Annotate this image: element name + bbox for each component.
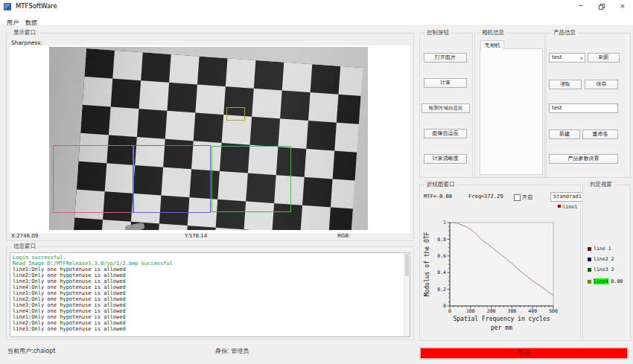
log-scrollbar-thumb[interactable] [405,254,409,276]
checkerboard-image[interactable] [49,47,368,230]
menu-item-data[interactable]: 数据 [25,19,37,27]
product-name-input[interactable]: test [549,103,618,113]
legend-swatch [588,258,591,261]
product-params-button[interactable]: 产品参数设置 [549,154,618,164]
display-window-group: 显示窗口 Sharpness: X:2748.09 Y:578.14 RGB: [6,33,414,241]
legend-label: line2 [594,256,608,262]
judge-item-1: line1 [588,246,611,252]
app-icon [4,3,11,10]
product-info-group: 产品信息 test ∨ 刷新 读取 保存 test 新建 重命名 产品参数设置 [546,33,631,178]
display-window-title: 显示窗口 [11,29,38,36]
role-label: 身份: 管理员 [215,347,249,355]
svg-text:0.6: 0.6 [437,253,446,259]
control-buttons-group: 控制按钮 打开图片计算矩形区域自适应图像自适应计算清晰度 [419,33,473,178]
chevron-down-icon: ∨ [580,54,583,62]
legend-value: 0.00 [611,278,623,284]
log-line: Read Image D:/MTFRelease1.3.0/yp/1/2.bmp… [13,261,403,266]
roi-rect-green[interactable] [211,146,291,212]
camera-info-title: 相机信息 [480,29,506,36]
judge-item-3: line33 [588,266,614,272]
manual-mode-button[interactable]: 手动 [419,347,629,360]
svg-text:per mm: per mm [491,325,512,331]
line-chart-group: 折线图窗口 MTF=-0.00 Freq=372.29 开启 Standrad1… [419,185,581,341]
camera-info-group: 相机信息 无相机 [474,33,545,178]
current-user-label: 当前用户:chaiopt [7,347,55,355]
log-line: line1:Only one hypotenuse is allowed [13,266,403,272]
mtf-chart: 010020030040050000.20.40.60.81line1Spati… [422,202,578,339]
product-select-value: test [552,54,562,60]
roi-rect-red[interactable] [53,145,134,213]
control-button-1[interactable]: 打开图片 [424,53,467,63]
minimize-icon: ─ [579,2,582,10]
log-lines: Login successful.Read Image D:/MTFReleas… [13,255,403,332]
log-line: line3:Only one hypotenuse is allowed [13,278,403,284]
image-canvas [10,45,410,233]
title-bar: MTFSoftWare ─ × [0,0,633,13]
control-button-4[interactable]: 图像自适应 [424,129,467,138]
svg-text:Modulus of the OTF: Modulus of the OTF [424,232,430,296]
judge-legend-body: line1line22line33line40.00 [583,185,630,340]
plot-frame [450,223,553,306]
log-line: line2:Only one hypotenuse is allowed [13,272,403,278]
close-icon: × [620,2,626,10]
log-line: line4:Only one hypotenuse is allowed [13,308,403,314]
control-button-3[interactable]: 矩形区域自适应 [422,103,470,113]
legend-swatch [588,247,591,251]
enable-checkbox[interactable] [514,194,521,201]
log-line: line2:Only one hypotenuse is allowed [13,296,403,302]
legend-swatch [588,268,591,272]
svg-text:500: 500 [549,308,558,314]
line-chart-title: 折线图窗口 [424,181,457,188]
window-controls: ─ × [570,0,633,13]
read-button[interactable]: 读取 [549,80,582,89]
legend-label: line [594,246,605,252]
legend-value: 3 [611,266,614,272]
app-window: MTFSoftWare ─ × 用户数据 显示窗口 Sharpness: X:2… [0,0,633,364]
close-button[interactable]: × [612,0,633,13]
menu-item-user[interactable]: 用户 [7,19,19,27]
legend-value: 2 [611,256,614,262]
log-line: line2:Only one hypotenuse is allowed [13,320,403,326]
svg-text:300: 300 [508,308,517,314]
info-window-group: 信息窗口 Login successful.Read Image D:/MTFR… [6,246,414,340]
restore-button[interactable] [591,0,612,13]
judge-item-2: line22 [588,256,614,262]
chart-legend-swatch [558,205,561,208]
roi-rect-yellow[interactable] [226,107,245,121]
standard-select-value: Standrad1 [553,194,582,199]
rename-button[interactable]: 重命名 [582,130,618,139]
refresh-button[interactable]: 刷新 [588,53,620,63]
cursor-y-readout: Y:578.14 [185,233,207,239]
legend-label: line3 [594,266,608,272]
log-panel[interactable]: Login successful.Read Image D:/MTFReleas… [10,252,410,337]
svg-text:0: 0 [443,303,446,309]
svg-text:0.8: 0.8 [437,237,446,243]
judge-window-group: 判定视窗 line1line22line33line40.00 [582,185,631,341]
mtf-readout: MTF=-0.00 [424,194,452,199]
svg-text:200: 200 [487,308,496,314]
svg-text:0: 0 [448,308,451,314]
svg-text:0.4: 0.4 [437,269,446,275]
svg-text:Spatial Frequency in cycles: Spatial Frequency in cycles [453,316,550,322]
log-line: line3:Only one hypotenuse is allowed [13,326,403,332]
legend-value: 1 [608,246,611,252]
save-button[interactable]: 保存 [585,80,618,89]
roi-rect-blue[interactable] [133,145,211,213]
svg-text:0.2: 0.2 [437,287,446,293]
judge-item-4: line40.00 [588,278,623,284]
minimize-button[interactable]: ─ [570,0,591,13]
log-line: line3:Only one hypotenuse is allowed [13,302,403,308]
log-line: line1:Only one hypotenuse is allowed [13,290,403,296]
control-button-2[interactable]: 计算 [424,78,467,88]
new-button[interactable]: 新建 [549,130,580,139]
tab-no-camera[interactable]: 无相机 [480,40,504,50]
product-select[interactable]: test ∨ [549,53,585,63]
log-line: line4:Only one hypotenuse is allowed [13,284,403,290]
log-line: Login successful. [13,255,403,261]
control-button-5[interactable]: 计算清晰度 [424,154,467,164]
product-info-title: 产品信息 [551,29,578,36]
freq-readout: Freq=372.29 [468,194,503,199]
restore-icon [599,4,605,10]
legend-label: line4 [594,278,608,284]
log-scrollbar[interactable] [404,253,410,336]
